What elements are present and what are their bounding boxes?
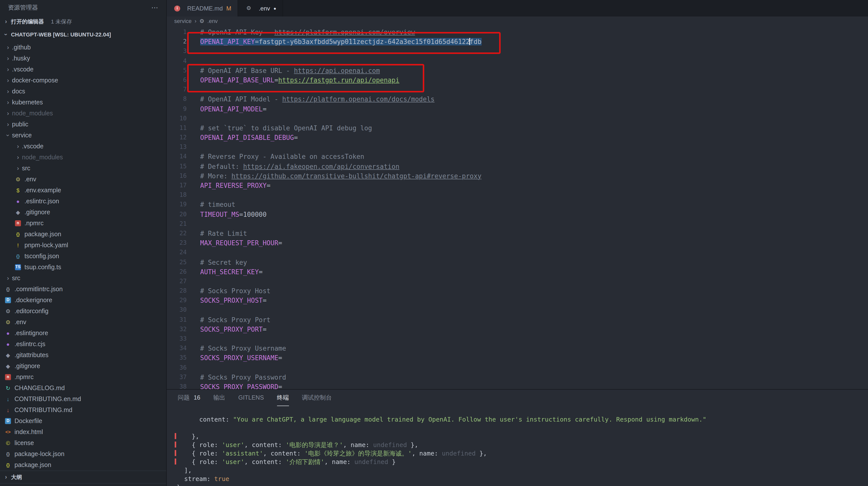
tree-file-CONTRIBUTING.en.md[interactable]: ↓CONTRIBUTING.en.md bbox=[0, 394, 166, 405]
tree-file-.dockerignore[interactable]: D.dockerignore bbox=[0, 295, 166, 306]
editor-line-1[interactable]: 1# OpenAI API Key - https://platform.ope… bbox=[167, 27, 868, 37]
editor-line-9[interactable]: 9OPENAI_API_MODEL= bbox=[167, 104, 868, 114]
editor-line-14[interactable]: 14# Reverse Proxy - Available on accessT… bbox=[167, 152, 868, 162]
editor-line-30[interactable]: 30 bbox=[167, 306, 868, 315]
more-actions-icon[interactable]: ⋯ bbox=[151, 3, 158, 11]
tree-file-CONTRIBUTING.md[interactable]: ↓CONTRIBUTING.md bbox=[0, 405, 166, 416]
editor-line-6[interactable]: 6OPENAI_API_BASE_URL=https://fastgpt.run… bbox=[167, 76, 868, 85]
tree-file-.commitlintrc.json[interactable]: {}.commitlintrc.json bbox=[0, 284, 166, 295]
editor-line-28[interactable]: 28# Socks Proxy Host bbox=[167, 286, 868, 296]
editor-line-15[interactable]: 15# Default: https://ai.fakeopen.com/api… bbox=[167, 162, 868, 171]
editor-line-32[interactable]: 32SOCKS_PROXY_PORT= bbox=[167, 325, 868, 334]
tab-.env[interactable]: ⚙.env● bbox=[238, 0, 283, 17]
breadcrumb-folder[interactable]: service bbox=[174, 18, 192, 24]
editor-line-8[interactable]: 8# OpenAI API Model - https://platform.o… bbox=[167, 95, 868, 104]
editor-line-25[interactable]: 25# Secret key bbox=[167, 257, 868, 267]
tree-file-.gitignore[interactable]: ◆.gitignore bbox=[0, 361, 166, 372]
tree-folder-public[interactable]: ›public bbox=[0, 119, 166, 130]
panel-tab-终端[interactable]: 终端 bbox=[277, 390, 289, 406]
tree-folder-.vscode[interactable]: ›.vscode bbox=[0, 141, 166, 152]
code-editor[interactable]: 1# OpenAI API Key - https://platform.ope… bbox=[167, 26, 868, 390]
tree-file-index.html[interactable]: <>index.html bbox=[0, 427, 166, 437]
tree-folder-service[interactable]: ›service bbox=[0, 130, 166, 141]
tree-file-.eslintrc.cjs[interactable]: ●.eslintrc.cjs bbox=[0, 339, 166, 350]
tree-folder-kubernetes[interactable]: ›kubernetes bbox=[0, 97, 166, 108]
tree-file-.env[interactable]: ⚙.env bbox=[0, 174, 166, 185]
tree-file-.editorconfig[interactable]: ⚙.editorconfig bbox=[0, 306, 166, 317]
tree-file-license[interactable]: ©license bbox=[0, 437, 166, 449]
editor-line-23[interactable]: 23MAX_REQUEST_PER_HOUR= bbox=[167, 238, 868, 248]
editor-line-2[interactable]: 2OPENAI_API_KEY=fastgpt-y6b3axfbdd5wyp01… bbox=[167, 37, 868, 47]
editor-line-10[interactable]: 10 bbox=[167, 114, 868, 123]
outline-section-header[interactable]: › 大纲 bbox=[0, 470, 166, 483]
tree-folder-node_modules[interactable]: ›node_modules bbox=[0, 108, 166, 119]
editor-line-34[interactable]: 34# Socks Proxy Username bbox=[167, 344, 868, 353]
terminal-token: '电影的导演是谁？' bbox=[286, 441, 343, 449]
tree-file-tsup.config.ts[interactable]: TStsup.config.ts bbox=[0, 262, 166, 273]
tree-folder-node_modules[interactable]: ›node_modules bbox=[0, 152, 166, 163]
tree-folder-docs[interactable]: ›docs bbox=[0, 86, 166, 97]
panel-tab-问题[interactable]: 问题16 bbox=[178, 390, 200, 406]
line-number: 9 bbox=[167, 104, 187, 114]
editor-line-4[interactable]: 4 bbox=[167, 56, 868, 66]
panel-tab-GITLENS[interactable]: GITLENS bbox=[238, 390, 264, 406]
editor-line-3[interactable]: 3 bbox=[167, 47, 868, 56]
editor-line-38[interactable]: 38SOCKS_PROXY_PASSWORD= bbox=[167, 382, 868, 390]
tree-folder-docker-compose[interactable]: ›docker-compose bbox=[0, 75, 166, 86]
editor-line-21[interactable]: 21 bbox=[167, 219, 868, 229]
editor-line-12[interactable]: 12OPENAI_API_DISABLE_DEBUG= bbox=[167, 133, 868, 142]
tab-README.md[interactable]: iREADME.mdM bbox=[167, 0, 238, 17]
editor-line-17[interactable]: 17API_REVERSE_PROXY= bbox=[167, 181, 868, 190]
open-editors-header[interactable]: › 打开的编辑器 1 未保存 bbox=[0, 15, 166, 28]
tree-file-.npmrc[interactable]: n.npmrc bbox=[0, 372, 166, 382]
tree-file-tsconfig.json[interactable]: {}tsconfig.json bbox=[0, 251, 166, 262]
editor-line-37[interactable]: 37# Socks Proxy Password bbox=[167, 373, 868, 382]
tree-file-package-lock.json[interactable]: {}package-lock.json bbox=[0, 449, 166, 460]
tree-folder-src[interactable]: ›src bbox=[0, 273, 166, 284]
tree-folder-.vscode[interactable]: ›.vscode bbox=[0, 64, 166, 75]
editor-line-29[interactable]: 29SOCKS_PROXY_HOST= bbox=[167, 296, 868, 306]
timeline-section-header[interactable]: › 时间线 bbox=[0, 483, 166, 486]
panel-tab-输出[interactable]: 输出 bbox=[213, 390, 225, 406]
editor-line-7[interactable]: 7 bbox=[167, 85, 868, 94]
editor-line-27[interactable]: 27 bbox=[167, 277, 868, 286]
token: = bbox=[259, 268, 263, 276]
editor-line-33[interactable]: 33 bbox=[167, 334, 868, 344]
editor-line-5[interactable]: 5# OpenAI API Base URL - https://api.ope… bbox=[167, 66, 868, 76]
editor-line-22[interactable]: 22# Rate Limit bbox=[167, 229, 868, 238]
project-root-header[interactable]: › CHATGPT-WEB [WSL: UBUNTU-22.04] bbox=[0, 28, 166, 41]
editor-line-31[interactable]: 31# Socks Proxy Port bbox=[167, 315, 868, 324]
tree-file-.npmrc[interactable]: n.npmrc bbox=[0, 218, 166, 229]
editor-line-16[interactable]: 16# More: https://github.com/transitive-… bbox=[167, 171, 868, 181]
panel-tab-调试控制台[interactable]: 调试控制台 bbox=[302, 390, 332, 406]
tree-file-.eslintignore[interactable]: ●.eslintignore bbox=[0, 328, 166, 339]
tree-file-Dockerfile[interactable]: DDockerfile bbox=[0, 416, 166, 427]
breadcrumb-file[interactable]: .env bbox=[207, 18, 218, 24]
line-content: OPENAI_API_DISABLE_DEBUG= bbox=[200, 133, 298, 142]
tree-folder-.husky[interactable]: ›.husky bbox=[0, 53, 166, 64]
tree-file-.eslintrc.json[interactable]: ●.eslintrc.json bbox=[0, 196, 166, 207]
tree-folder-.github[interactable]: ›.github bbox=[0, 42, 166, 53]
tree-file-.env.example[interactable]: $.env.example bbox=[0, 185, 166, 196]
editor-line-20[interactable]: 20TIMEOUT_MS=100000 bbox=[167, 209, 868, 219]
sidebar-header: 资源管理器 ⋯ bbox=[0, 0, 166, 15]
editor-line-19[interactable]: 19# timeout bbox=[167, 200, 868, 209]
tree-file-.gitattributes[interactable]: ◆.gitattributes bbox=[0, 350, 166, 361]
breadcrumb[interactable]: service › ⚙ .env bbox=[167, 17, 868, 26]
editor-line-18[interactable]: 18 bbox=[167, 190, 868, 200]
editor-line-26[interactable]: 26AUTH_SECRET_KEY= bbox=[167, 267, 868, 277]
tree-file-CHANGELOG.md[interactable]: ↻CHANGELOG.md bbox=[0, 382, 166, 394]
tree-file-pnpm-lock.yaml[interactable]: !pnpm-lock.yaml bbox=[0, 240, 166, 251]
editor-line-13[interactable]: 13 bbox=[167, 143, 868, 152]
tree-file-.env[interactable]: ⚙.env bbox=[0, 317, 166, 328]
tree-file-.gitignore[interactable]: ◆.gitignore bbox=[0, 207, 166, 218]
token: https://platform.openai.com/docs/models bbox=[282, 96, 435, 103]
editor-line-11[interactable]: 11# set `true` to disable OpenAI API deb… bbox=[167, 123, 868, 133]
editor-line-35[interactable]: 35SOCKS_PROXY_USERNAME= bbox=[167, 353, 868, 363]
tree-file-package.json[interactable]: {}package.json bbox=[0, 229, 166, 240]
editor-line-36[interactable]: 36 bbox=[167, 363, 868, 372]
tree-file-package.json[interactable]: {}package.json bbox=[0, 460, 166, 470]
tree-folder-src[interactable]: ›src bbox=[0, 163, 166, 174]
terminal-output[interactable]: content: "You are ChatGPT, a large langu… bbox=[167, 406, 868, 486]
editor-line-24[interactable]: 24 bbox=[167, 248, 868, 257]
